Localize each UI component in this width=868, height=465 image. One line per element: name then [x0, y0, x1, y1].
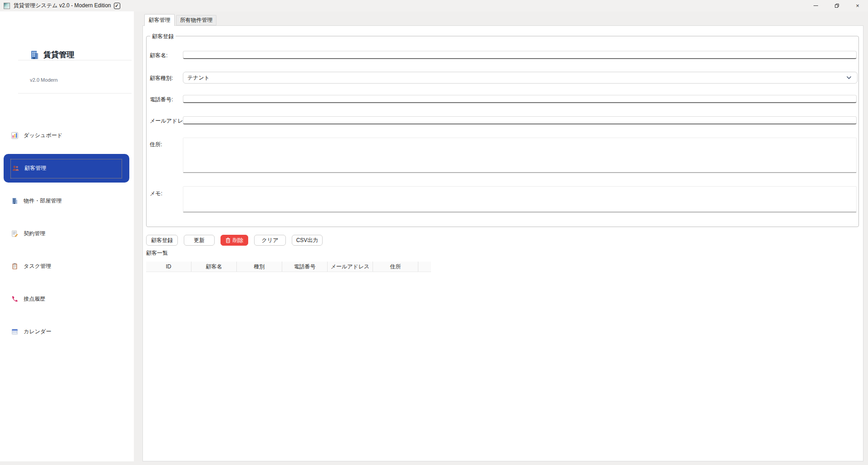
logo: 賃貸管理 — [30, 49, 74, 60]
calendar-icon — [11, 328, 18, 335]
register-customer-button[interactable]: 顧客登録 — [146, 235, 178, 246]
csv-export-button[interactable]: CSV出力 — [292, 235, 323, 246]
maximize-icon — [835, 4, 839, 8]
title-bar: 賃貸管理システム v2.0 - Modern Edition ✓ × — [0, 0, 868, 11]
customer-type-combobox[interactable]: テナント — [183, 72, 858, 84]
memo-label: メモ: — [150, 190, 162, 198]
window-controls: × — [805, 0, 868, 11]
maximize-button[interactable] — [826, 0, 847, 11]
customer-name-input[interactable] — [183, 51, 857, 59]
column-header-filler — [418, 262, 431, 272]
close-icon: × — [856, 3, 859, 9]
customer-type-label: 顧客種別: — [150, 74, 173, 82]
column-header-id[interactable]: ID — [146, 262, 191, 272]
app-icon — [4, 3, 10, 9]
sidebar-item-label: 顧客管理 — [25, 164, 46, 172]
app-window: 賃貸管理システム v2.0 - Modern Edition ✓ × — [0, 0, 868, 465]
update-button[interactable]: 更新 — [184, 235, 215, 246]
delete-button[interactable]: 削除 — [221, 235, 248, 246]
contact-history-icon — [11, 296, 18, 302]
sidebar-item-tasks[interactable]: タスク管理 — [0, 252, 134, 281]
close-button[interactable]: × — [847, 0, 868, 11]
sidebar-item-customers[interactable]: 顧客管理 — [4, 154, 129, 183]
sidebar-divider — [18, 93, 132, 94]
column-header-type[interactable]: 種別 — [237, 262, 282, 272]
clear-button[interactable]: クリア — [254, 235, 286, 246]
task-icon — [11, 263, 18, 270]
minimize-icon — [814, 5, 818, 6]
dashboard-icon — [11, 132, 18, 139]
sidebar-item-label: カレンダー — [24, 328, 51, 336]
sidebar-item-contracts[interactable]: 契約管理 — [0, 219, 134, 248]
window-title: 賃貸管理システム v2.0 - Modern Edition — [14, 2, 111, 10]
phone-label: 電話番号: — [150, 96, 173, 104]
customer-table-body[interactable] — [146, 272, 859, 458]
column-header-phone[interactable]: 電話番号 — [282, 262, 328, 272]
phone-input[interactable] — [183, 95, 857, 103]
contract-icon — [11, 230, 18, 237]
sidebar-item-label: タスク管理 — [24, 262, 51, 270]
version-label: v2.0 Modern — [30, 77, 58, 83]
logo-text: 賃貸管理 — [44, 49, 74, 60]
sidebar-item-label: 契約管理 — [24, 230, 45, 237]
sidebar-item-properties[interactable]: 物件・部屋管理 — [0, 187, 134, 215]
sidebar-item-calendar[interactable]: カレンダー — [0, 317, 134, 346]
sidebar-item-dashboard[interactable]: ダッシュボード — [0, 121, 134, 150]
customer-table-header: ID 顧客名 種別 電話番号 メールアドレス 住所 — [146, 262, 431, 272]
address-label: 住所: — [150, 141, 162, 148]
logo-building-icon — [30, 50, 39, 59]
chevron-down-icon — [846, 76, 852, 79]
sidebar-divider — [18, 60, 132, 60]
sidebar-item-contact-history[interactable]: 接点履歴 — [0, 285, 134, 313]
column-header-email[interactable]: メールアドレス — [328, 262, 373, 272]
email-input[interactable] — [183, 116, 857, 124]
title-checkbox-icon: ✓ — [114, 3, 120, 9]
trash-icon — [226, 237, 230, 243]
sidebar: 賃貸管理 v2.0 Modern ダッシュボード — [0, 11, 134, 461]
minimize-button[interactable] — [805, 0, 826, 11]
combobox-value: テナント — [183, 74, 210, 82]
sidebar-menu: ダッシュボード 顧客管理 — [0, 121, 134, 346]
sidebar-item-label: 接点履歴 — [24, 295, 45, 303]
tab-owned-properties[interactable]: 所有物件管理 — [176, 15, 216, 25]
customer-name-label: 顧客名: — [150, 52, 167, 59]
column-header-name[interactable]: 顧客名 — [191, 262, 237, 272]
group-title: 顧客登録 — [150, 33, 176, 40]
sidebar-item-label: 物件・部屋管理 — [24, 197, 62, 205]
column-header-address[interactable]: 住所 — [373, 262, 418, 272]
tab-customer-management[interactable]: 顧客管理 — [144, 14, 175, 26]
property-icon — [11, 198, 18, 204]
delete-button-label: 削除 — [233, 237, 244, 244]
memo-textarea[interactable] — [183, 186, 857, 213]
customer-list-title: 顧客一覧 — [146, 249, 168, 257]
sidebar-item-label: ダッシュボード — [24, 132, 63, 139]
address-textarea[interactable] — [183, 138, 857, 173]
customers-icon — [12, 165, 19, 172]
action-buttons: 顧客登録 更新 削除 クリア CSV出力 — [146, 235, 323, 246]
